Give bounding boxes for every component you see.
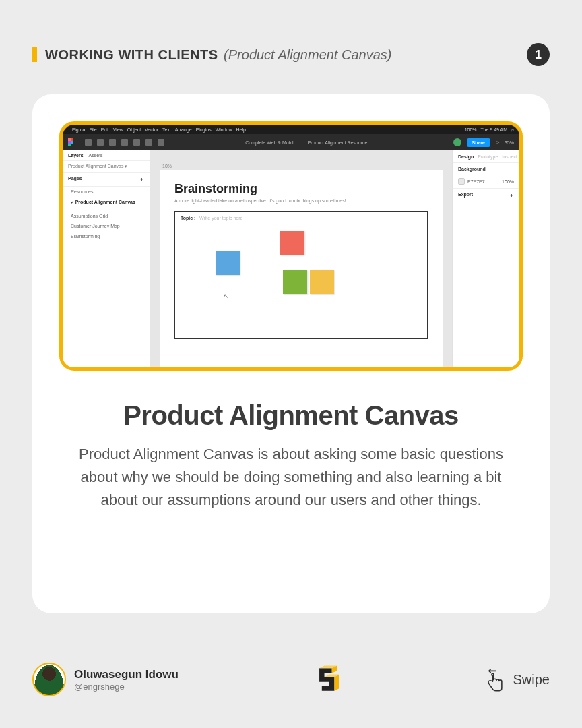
zoom-level: 35% <box>505 140 514 145</box>
left-breadcrumb[interactable]: Product Alignment Canvas ▾ <box>63 161 150 173</box>
svg-marker-2 <box>335 675 340 691</box>
page-item-selected[interactable]: Product Alignment Canvas <box>63 197 150 207</box>
canvas-subheading: A more light-hearted take on a retrospec… <box>174 198 428 203</box>
figma-canvas-frame: Brainstorming A more light-hearted take … <box>160 170 443 367</box>
figma-logo-icon <box>68 138 73 146</box>
figma-screenshot: Figma File Edit View Object Vector Text … <box>59 121 523 371</box>
author-text: Oluwasegun Idowu @engrshege <box>74 668 179 692</box>
page-footer: Oluwasegun Idowu @engrshege Swipe <box>32 661 550 698</box>
mac-menu-item: Vector <box>145 127 158 132</box>
page-number: 1 <box>535 48 542 62</box>
swipe-label: Swipe <box>513 672 550 688</box>
frame-tool-icon <box>97 139 104 146</box>
tab-assets[interactable]: Assets <box>89 153 103 158</box>
header-subtitle: (Product Alignment Canvas) <box>224 47 391 62</box>
author-name: Oluwasegun Idowu <box>74 668 179 681</box>
mac-status-item: Tue 9:49 AM <box>481 127 507 132</box>
mac-menu-item: Arrange <box>175 127 192 132</box>
left-panel-tabs: Layers Assets <box>63 150 150 161</box>
tab-prototype[interactable]: Prototype <box>478 154 498 159</box>
card-body: Product Alignment Canvas is about asking… <box>59 443 523 512</box>
figma-left-panel: Layers Assets Product Alignment Canvas ▾… <box>63 150 150 367</box>
author-avatar <box>32 663 66 696</box>
figma-doc-title: Product Alignment Resource… <box>308 140 373 145</box>
figma-toolbar: Complete Web & Mobil… Product Alignment … <box>63 134 519 150</box>
header-title-wrap: WORKING WITH CLIENTS (Product Alignment … <box>45 47 391 63</box>
author-handle: @engrshege <box>74 681 179 692</box>
topic-label: Topic : <box>181 216 195 220</box>
accent-bar <box>32 47 37 62</box>
pen-tool-icon <box>121 139 128 146</box>
separator <box>79 138 79 147</box>
share-label: Share <box>472 140 485 145</box>
page-number-badge: 1 <box>527 43 550 66</box>
page-header: WORKING WITH CLIENTS (Product Alignment … <box>32 43 550 66</box>
export-section: Export ＋ <box>453 188 519 202</box>
sticky-note-green[interactable] <box>283 270 307 294</box>
comment-tool-icon <box>158 139 164 146</box>
mac-menu-item: Help <box>236 127 246 132</box>
mac-menu-item: Window <box>216 127 232 132</box>
background-row: E7E7E7 100% <box>453 175 519 188</box>
share-button[interactable]: Share <box>467 138 490 147</box>
mac-menubar: Figma File Edit View Object Vector Text … <box>63 125 519 134</box>
add-export-icon[interactable]: ＋ <box>509 192 514 199</box>
mac-menu-item: View <box>113 127 123 132</box>
topic-box: Topic : Write your topic here ↖ <box>174 211 428 339</box>
bg-opacity: 100% <box>502 179 514 184</box>
swipe-hand-icon <box>481 667 507 692</box>
add-page-icon[interactable]: ＋ <box>139 176 144 183</box>
mac-menu-item: File <box>89 127 96 132</box>
layer-item[interactable]: Customer Journey Map <box>63 221 150 231</box>
content-card: Figma File Edit View Object Vector Text … <box>32 94 550 613</box>
swipe-cta[interactable]: Swipe <box>481 667 550 692</box>
play-icon: ▷ <box>496 140 499 145</box>
mac-menu-item: Text <box>162 127 171 132</box>
shape-tool-icon <box>109 139 116 146</box>
pages-label: Pages <box>68 176 82 183</box>
card-title: Product Alignment Canvas <box>59 400 523 431</box>
collab-avatar-icon <box>453 138 461 146</box>
layer-item[interactable]: Brainstorming <box>63 231 150 241</box>
sticky-note-yellow[interactable] <box>310 270 334 294</box>
canvas-heading: Brainstorming <box>174 182 428 196</box>
canvas-zoom-tab: 10% <box>162 164 443 169</box>
pages-section: Pages ＋ <box>63 173 150 187</box>
header-title: WORKING WITH CLIENTS <box>45 47 218 62</box>
figma-body: Layers Assets Product Alignment Canvas ▾… <box>63 150 519 367</box>
mac-status-item: 100% <box>465 127 477 132</box>
brand-logo-icon <box>311 661 348 698</box>
header-left: WORKING WITH CLIENTS (Product Alignment … <box>32 47 391 63</box>
background-section: Background <box>453 162 519 175</box>
page-item[interactable]: Resources <box>63 187 150 197</box>
figma-right-panel: Design Prototype Inspect Background E7E7… <box>452 150 519 367</box>
export-label: Export <box>458 192 473 199</box>
mac-menu-item: Figma <box>72 127 85 132</box>
tab-layers[interactable]: Layers <box>68 153 84 158</box>
mac-menu-item: Object <box>127 127 141 132</box>
author-block: Oluwasegun Idowu @engrshege <box>32 663 179 696</box>
bg-hex: E7E7E7 <box>467 179 485 184</box>
cursor-icon: ↖ <box>224 293 229 299</box>
search-icon: ⌕ <box>511 127 514 132</box>
tab-design[interactable]: Design <box>458 154 474 159</box>
hand-tool-icon <box>146 139 152 146</box>
topic-hint: Write your topic here <box>199 216 243 220</box>
layer-item[interactable]: Assumptions Grid <box>63 211 150 221</box>
mac-menu-item: Plugins <box>196 127 212 132</box>
color-swatch[interactable] <box>458 178 465 185</box>
right-panel-tabs: Design Prototype Inspect <box>453 153 519 162</box>
mac-menu-item: Edit <box>101 127 109 132</box>
sticky-note-blue[interactable] <box>216 251 240 275</box>
tab-inspect[interactable]: Inspect <box>502 154 517 159</box>
figma-canvas-area: 10% Brainstorming A more light-hearted t… <box>150 150 452 367</box>
sticky-note-red[interactable] <box>280 231 304 255</box>
text-tool-icon <box>133 139 140 146</box>
move-tool-icon <box>85 139 92 146</box>
figma-doc-title: Complete Web & Mobil… <box>245 140 298 145</box>
